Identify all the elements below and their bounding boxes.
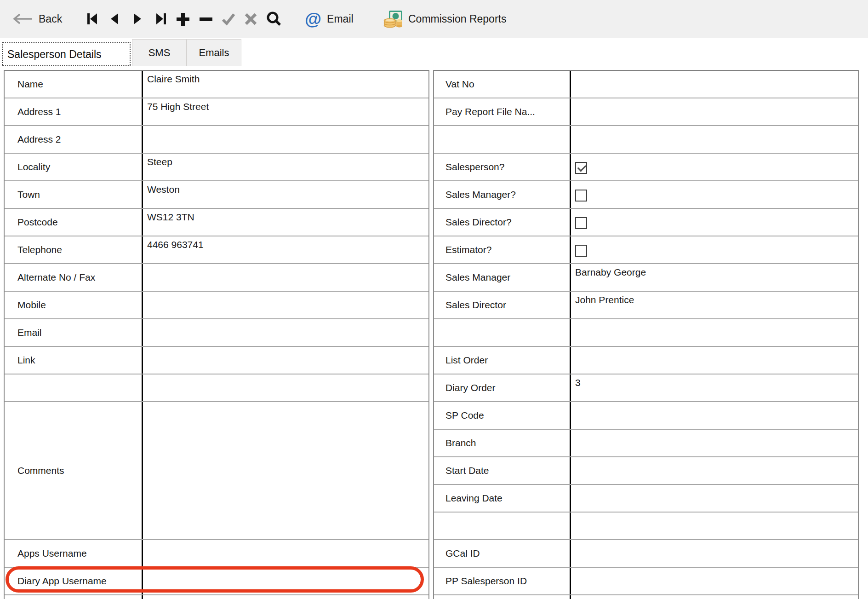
field-label: Branch [434,430,570,456]
field-value[interactable] [570,485,858,512]
field-value-cell[interactable] [570,236,858,263]
email-button[interactable]: @ Email [305,0,354,38]
tab-emails[interactable]: Emails [187,39,241,66]
table-row: GCal ID [434,540,858,568]
next-record-icon [133,12,142,25]
add-record-button[interactable] [176,0,190,38]
tab-salesperson-details[interactable]: Salesperson Details [2,42,131,66]
field-value[interactable]: 4466 963741 [142,236,428,263]
field-label: Postcode [5,209,142,236]
field-value[interactable] [570,457,858,484]
back-label: Back [39,13,62,25]
field-label: Name [5,71,142,98]
field-value[interactable] [142,568,428,594]
field-label: PP Salesperson ID [434,568,570,594]
table-row: Diary App Username [5,568,428,595]
field-label: Sales Manager [434,264,570,291]
field-value[interactable] [142,402,428,539]
field-label: Town [5,181,142,208]
field-value[interactable]: John Prentice [570,292,858,318]
table-row: Sales ManagerBarnaby George [434,264,858,292]
post-edit-button[interactable] [221,0,236,38]
check-mark-icon [577,163,587,172]
last-record-button[interactable] [155,0,167,38]
delete-record-button[interactable] [199,0,213,38]
field-value[interactable] [570,347,858,374]
minus-icon [199,12,213,26]
field-label: Alternate No / Fax [5,264,142,291]
field-value[interactable] [570,540,858,567]
field-value[interactable]: WS12 3TN [142,209,428,236]
checkbox-unchecked[interactable] [575,190,587,202]
field-label: Sales Director [434,292,570,318]
field-value[interactable] [142,126,428,153]
field-value[interactable] [570,402,858,429]
table-row: Sales Manager? [434,181,858,209]
table-row: Pay Report File Na... [434,98,858,126]
table-row: PP Salesperson ID [434,568,858,595]
back-button[interactable]: Back [12,0,62,38]
field-value-cell[interactable] [570,181,858,208]
field-label: Comments [5,402,142,539]
previous-record-button[interactable] [110,0,119,38]
check-icon [221,12,236,26]
field-value[interactable]: Barnaby George [570,264,858,291]
field-value[interactable] [570,71,858,98]
field-value[interactable] [570,319,858,346]
field-value[interactable] [142,595,428,599]
salesperson-details-table-right: Vat NoPay Report File Na...Salesperson?S… [433,70,859,599]
field-label [434,513,570,539]
field-value[interactable] [570,98,858,125]
field-label: Diary Order [434,374,570,401]
field-value[interactable] [570,513,858,539]
field-label: Apps Username [5,540,142,567]
previous-record-icon [110,12,119,25]
field-value-cell[interactable] [570,209,858,236]
field-value[interactable]: 3 [570,374,858,401]
field-value[interactable]: 75 High Street [142,98,428,125]
field-value[interactable] [570,595,858,599]
search-button[interactable] [266,0,282,38]
table-row: Address 2 [5,126,428,154]
table-row: Telephone4466 963741 [5,236,428,264]
field-value[interactable] [142,264,428,291]
plus-icon [176,12,190,26]
checkbox-checked[interactable] [575,162,587,174]
field-value[interactable] [570,430,858,456]
field-value[interactable] [570,568,858,594]
table-row [5,374,428,402]
field-value[interactable] [570,126,858,153]
field-value[interactable] [142,347,428,374]
x-icon [244,12,257,26]
field-label: Telephone [5,236,142,263]
field-value[interactable] [142,319,428,346]
table-row [434,595,858,599]
cancel-edit-button[interactable] [244,0,257,38]
commission-reports-label: Commission Reports [408,13,506,25]
table-row: Sales DirectorJohn Prentice [434,292,858,319]
field-label: Link [5,347,142,374]
field-value[interactable]: Steep [142,154,428,180]
field-value[interactable] [142,292,428,318]
table-row: TownWeston [5,181,428,209]
field-value[interactable]: Weston [142,181,428,208]
table-row: NameClaire Smith [5,71,428,98]
toolbar: Back [0,0,868,38]
first-record-button[interactable] [86,0,98,38]
next-record-button[interactable] [133,0,142,38]
tab-label: SMS [148,47,171,59]
checkbox-unchecked[interactable] [575,245,587,257]
table-row: Vat No [434,71,858,98]
field-label: Diary App Username [5,568,142,594]
commission-reports-button[interactable]: Commission Reports [383,0,506,38]
field-value[interactable] [142,540,428,567]
table-row: Alternate No / Fax [5,264,428,292]
field-value[interactable] [142,374,428,401]
field-value[interactable]: Claire Smith [142,71,428,98]
table-row: Link [5,347,428,374]
tab-sms[interactable]: SMS [132,39,187,66]
checkbox-unchecked[interactable] [575,217,587,229]
email-label: Email [327,13,354,25]
field-label: List Order [434,347,570,374]
field-value-cell[interactable] [570,154,858,180]
